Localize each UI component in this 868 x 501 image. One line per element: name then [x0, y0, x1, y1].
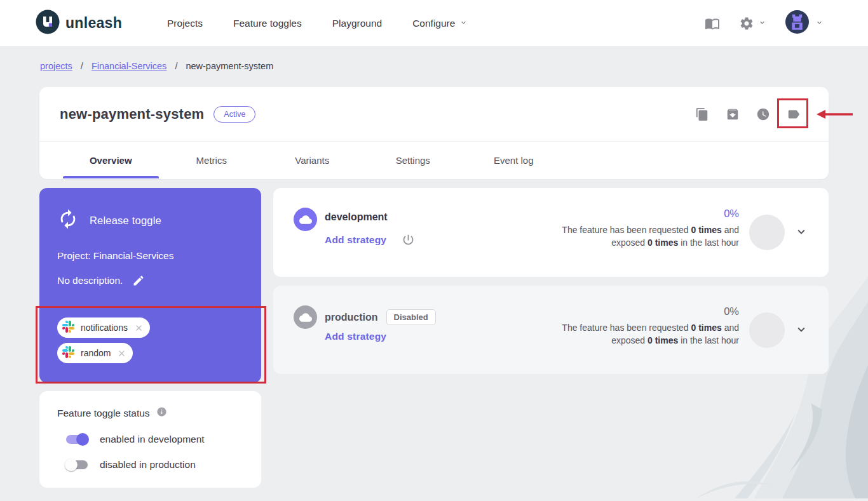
- documentation-book-icon[interactable]: [705, 16, 720, 31]
- tag-list: notifications random: [57, 317, 243, 363]
- chevron-down-icon: [794, 323, 808, 337]
- add-strategy-link[interactable]: Add strategy: [325, 331, 386, 342]
- archive-icon: [726, 107, 740, 121]
- nav-projects[interactable]: Projects: [167, 18, 203, 29]
- breadcrumb-projects[interactable]: projects: [40, 61, 72, 71]
- history-clock-icon: [756, 107, 770, 121]
- tag-feature-button[interactable]: [787, 107, 801, 121]
- feature-status-card: Feature toggle status enabled in develop…: [39, 391, 261, 488]
- status-badge: Active: [214, 106, 255, 123]
- chevron-down-icon: [758, 18, 766, 29]
- chevron-down-icon: [794, 225, 808, 239]
- slack-icon: [62, 321, 74, 335]
- tag-label: random: [81, 348, 111, 358]
- expand-environment-button[interactable]: [794, 323, 808, 337]
- user-menu[interactable]: [785, 10, 824, 36]
- metrics-summary: The feature has been requested 0 times a…: [561, 224, 739, 249]
- slack-icon: [62, 346, 74, 360]
- breadcrumb-current: new-payment-system: [186, 61, 273, 71]
- toggle-development-label: enabled in development: [100, 434, 205, 445]
- breadcrumb-separator: /: [175, 61, 177, 71]
- nav-playground[interactable]: Playground: [332, 18, 382, 29]
- toggle-development-switch[interactable]: [66, 435, 88, 444]
- status-card-title: Feature toggle status: [57, 408, 150, 419]
- nav-feature-toggles[interactable]: Feature toggles: [233, 18, 302, 29]
- environment-name: development: [325, 211, 388, 223]
- feature-tabs: Overview Metrics Variants Settings Event…: [39, 142, 829, 178]
- tab-settings[interactable]: Settings: [363, 142, 464, 178]
- environment-cloud-icon: [294, 305, 317, 329]
- tab-metrics[interactable]: Metrics: [161, 142, 262, 178]
- disable-environment-button[interactable]: [402, 233, 415, 246]
- pencil-icon: [132, 274, 145, 287]
- metrics-donut-placeholder: [749, 312, 785, 348]
- expand-environment-button[interactable]: [794, 225, 808, 239]
- chevron-down-icon: [459, 18, 468, 29]
- tab-event-log[interactable]: Event log: [463, 142, 564, 178]
- description-text: No description.: [57, 275, 123, 286]
- remove-tag-button[interactable]: [134, 323, 144, 333]
- copy-icon: [695, 107, 709, 121]
- close-icon: [117, 349, 126, 358]
- chevron-down-icon: [815, 18, 824, 29]
- tag-chip-notifications: notifications: [57, 317, 150, 338]
- nav-configure[interactable]: Configure: [412, 18, 468, 29]
- tag-label: notifications: [81, 323, 128, 333]
- breadcrumb-project-name[interactable]: Financial-Services: [92, 61, 166, 71]
- breadcrumb: projects / Financial-Services / new-paym…: [40, 61, 273, 71]
- toggle-production-label: disabled in production: [100, 459, 196, 471]
- tab-overview[interactable]: Overview: [60, 142, 161, 178]
- add-strategy-link[interactable]: Add strategy: [325, 234, 386, 246]
- top-nav: unleash Projects Feature toggles Playgro…: [0, 0, 868, 47]
- history-button[interactable]: [756, 107, 770, 121]
- unleash-logo[interactable]: unleash: [36, 10, 122, 37]
- toggle-production-switch[interactable]: [66, 460, 88, 469]
- edit-description-button[interactable]: [132, 274, 145, 287]
- feature-info-card: Release toggle Project: Financial-Servic…: [39, 188, 261, 383]
- power-icon: [402, 233, 415, 246]
- page-title: new-payment-system: [60, 106, 204, 123]
- remove-tag-button[interactable]: [117, 349, 126, 358]
- breadcrumb-separator: /: [81, 61, 83, 71]
- gear-icon: [739, 16, 754, 31]
- release-toggle-icon: [57, 208, 79, 232]
- feature-header-card: new-payment-system Active Overview Metri…: [39, 87, 829, 179]
- tab-variants[interactable]: Variants: [262, 142, 363, 178]
- info-icon[interactable]: [156, 406, 167, 420]
- project-line: Project: Financial-Services: [57, 250, 243, 262]
- environment-name: production: [325, 312, 378, 323]
- exposure-percent: 0%: [561, 305, 739, 317]
- unleash-logo-icon: [36, 10, 60, 37]
- archive-feature-button[interactable]: [726, 107, 740, 121]
- metrics-donut-placeholder: [749, 215, 785, 250]
- close-icon: [134, 323, 144, 333]
- environment-cloud-icon: [294, 208, 317, 231]
- exposure-percent: 0%: [561, 208, 739, 220]
- copy-feature-button[interactable]: [695, 107, 709, 121]
- metrics-summary: The feature has been requested 0 times a…: [561, 321, 739, 347]
- main-nav-links: Projects Feature toggles Playground Conf…: [167, 18, 468, 29]
- disabled-badge: Disabled: [386, 309, 436, 325]
- environment-card-production: production Disabled Add strategy 0% The …: [273, 286, 829, 374]
- settings-gear-menu[interactable]: [739, 16, 766, 31]
- nav-configure-label: Configure: [412, 18, 455, 29]
- environment-card-development: development Add strategy 0% The feature …: [273, 188, 829, 277]
- avatar: [785, 10, 809, 36]
- toggle-type-label: Release toggle: [90, 215, 161, 227]
- tag-icon: [787, 107, 801, 121]
- tag-chip-random: random: [57, 343, 133, 363]
- brand-name: unleash: [65, 15, 122, 32]
